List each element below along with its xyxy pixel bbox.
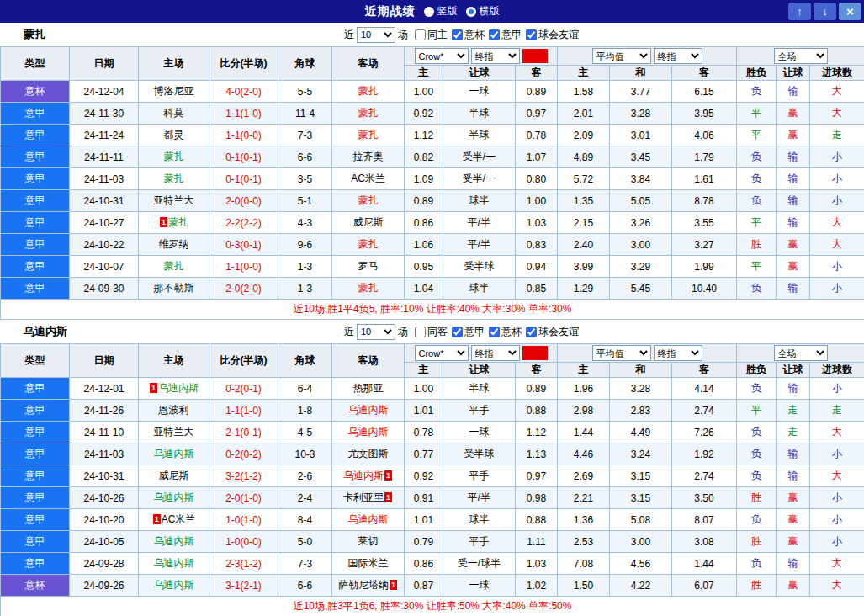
- col-ah-away: 客: [516, 363, 558, 378]
- ah-company-select[interactable]: Crow*: [415, 345, 469, 361]
- handicap-result: 输: [777, 168, 810, 190]
- match-row: 意甲24-12-011乌迪内斯0-2(0-1)6-4热那亚1.00半球0.891…: [1, 378, 864, 400]
- eu-draw-odds: 3.01: [610, 125, 672, 146]
- eu-away-odds: 1.61: [672, 168, 737, 190]
- match-count-select[interactable]: 10: [357, 324, 395, 340]
- eu-time-select[interactable]: 终指: [654, 345, 702, 361]
- ah-home-odds: 1.04: [405, 278, 443, 300]
- results-tbody-1: 意甲24-12-011乌迪内斯0-2(0-1)6-4热那亚1.00半球0.891…: [1, 378, 864, 597]
- checkbox-input[interactable]: [489, 29, 500, 40]
- league-type: 意甲: [1, 278, 70, 300]
- corner-count: 1-3: [278, 278, 332, 300]
- handicap-result: 赢: [777, 487, 810, 509]
- home-team: 乌迪内斯: [139, 443, 209, 465]
- match-row: 意甲24-10-31亚特兰大2-0(0-0)5-1蒙扎0.89球半1.001.3…: [1, 190, 864, 212]
- eu-away-odds: 6.07: [672, 575, 737, 597]
- filter-checkbox[interactable]: 球会友谊: [526, 28, 579, 42]
- layout-radio-option[interactable]: 横版: [466, 4, 500, 19]
- filter-checkbox[interactable]: 意甲: [452, 325, 485, 339]
- checkbox-input[interactable]: [452, 327, 463, 337]
- match-date: 24-10-07: [70, 256, 139, 278]
- win-loss-result: 负: [737, 190, 777, 212]
- radio-icon[interactable]: [424, 7, 434, 17]
- league-type: 意甲: [1, 400, 70, 422]
- match-date: 24-10-05: [70, 531, 139, 553]
- ah-line: 平/半: [443, 212, 516, 234]
- goals-result: 小: [810, 256, 864, 278]
- layout-radio-option[interactable]: 竖版: [424, 4, 458, 19]
- ah-line: 球半: [443, 509, 516, 531]
- handicap-result: 输: [777, 81, 810, 103]
- ah-line: 一球: [443, 81, 516, 103]
- eu-home-odds: 1.58: [558, 81, 610, 103]
- checkbox-input[interactable]: [489, 327, 500, 337]
- results-table: 类型 日期 主场 比分(半场) 角球 客场 Crow* 终指 平均值 终指: [0, 343, 864, 616]
- corner-count: 11-4: [278, 103, 332, 125]
- near-label: 近: [344, 325, 354, 339]
- ah-line: 平/半: [443, 234, 516, 256]
- ah-line: 平手: [443, 531, 516, 553]
- goals-result: 大: [810, 234, 864, 256]
- filter-checkbox[interactable]: 同客: [415, 325, 448, 339]
- ah-away-odds: 0.97: [516, 103, 558, 125]
- eu-time-select[interactable]: 终指: [654, 48, 702, 64]
- ah-home-odds: 0.89: [405, 190, 443, 212]
- match-row: 意甲24-11-03蒙扎0-1(0-1)3-5AC米兰1.09受半/一0.805…: [1, 168, 864, 190]
- match-score: 2-0(1-0): [209, 487, 278, 509]
- ah-away-odds: 0.89: [516, 81, 558, 103]
- match-date: 24-10-26: [70, 487, 139, 509]
- team-name-text: 蒙扎: [164, 151, 184, 162]
- filter-checkbox[interactable]: 意甲: [489, 28, 522, 42]
- move-up-button[interactable]: ↑: [788, 3, 811, 20]
- win-loss-result: 胜: [737, 531, 777, 553]
- match-date: 24-12-01: [70, 378, 139, 400]
- checkbox-input[interactable]: [526, 327, 537, 337]
- home-team: 1AC米兰: [139, 509, 209, 531]
- col-result: 胜负: [737, 66, 777, 81]
- checkbox-input[interactable]: [526, 29, 537, 40]
- filter-checkbox[interactable]: 意杯: [452, 28, 485, 42]
- filter-checkbox[interactable]: 球会友谊: [526, 325, 579, 339]
- radio-label[interactable]: 横版: [480, 4, 500, 19]
- close-button[interactable]: ×: [839, 3, 861, 20]
- eu-company-select[interactable]: 平均值: [592, 48, 651, 64]
- goals-result: 小: [810, 531, 864, 553]
- eu-draw-odds: 4.56: [610, 553, 672, 575]
- checkbox-input[interactable]: [415, 327, 426, 337]
- ah-home-odds: 0.95: [405, 256, 443, 278]
- team-name-text: 拉齐奥: [353, 151, 384, 162]
- ah-line: 平手: [443, 400, 516, 422]
- match-score: 1-1(0-0): [209, 125, 278, 146]
- filter-checkbox[interactable]: 意杯: [489, 325, 522, 339]
- match-score: 1-1(0-0): [209, 256, 278, 278]
- team-name-text: 亚特兰大: [154, 194, 194, 206]
- match-count-select[interactable]: 10: [357, 27, 395, 43]
- ah-line: 受半/一: [443, 146, 516, 168]
- ah-company-select[interactable]: Crow*: [415, 48, 469, 64]
- checkbox-input[interactable]: [452, 29, 463, 40]
- move-down-button[interactable]: ↓: [814, 3, 836, 20]
- corner-count: 7-3: [278, 553, 332, 575]
- scope-select[interactable]: 全场: [774, 48, 828, 64]
- match-score: 0-2(0-2): [209, 443, 278, 465]
- radio-label[interactable]: 竖版: [437, 4, 458, 19]
- league-type: 意甲: [1, 422, 70, 443]
- radio-icon[interactable]: [466, 7, 476, 17]
- handicap-result: 输: [777, 553, 810, 575]
- goals-result: 大: [810, 103, 864, 125]
- summary-text: 近10场,胜3平1负6, 胜率:30% 让胜率:50% 大率:40% 单率:50…: [1, 597, 864, 616]
- eu-company-select[interactable]: 平均值: [592, 345, 651, 361]
- europe-odds-header: 平均值 终指: [558, 344, 737, 363]
- ah-time-select[interactable]: 终指: [471, 345, 520, 361]
- scope-select[interactable]: 全场: [774, 345, 828, 361]
- goals-result: 大: [810, 422, 864, 443]
- eu-draw-odds: 3.15: [610, 465, 672, 487]
- match-row: 意甲24-09-30那不勒斯2-0(2-0)1-3蒙扎1.04球半0.851.2…: [1, 278, 864, 300]
- team-name-text: 科莫: [164, 107, 184, 119]
- ah-time-select[interactable]: 终指: [471, 48, 520, 64]
- checkbox-label: 球会友谊: [538, 28, 579, 42]
- corner-count: 1-8: [278, 400, 332, 422]
- ah-line: 一球: [443, 422, 516, 443]
- checkbox-input[interactable]: [415, 29, 426, 40]
- filter-checkbox[interactable]: 同主: [415, 28, 448, 42]
